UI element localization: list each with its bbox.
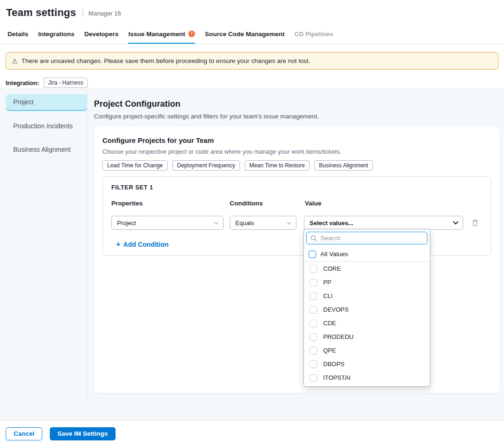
cancel-button[interactable]: Cancel: [6, 427, 42, 440]
chip-business-alignment[interactable]: Business Alignment: [314, 160, 373, 171]
value-column-label: Value: [305, 200, 321, 207]
all-values-label: All Values: [320, 251, 348, 258]
page-title: Team settings: [6, 7, 76, 19]
settings-sidebar: Project Production Incidents Business Al…: [6, 94, 87, 165]
section-subtitle: Configure project-specific settings and …: [94, 113, 500, 120]
tab-source-code-management[interactable]: Source Code Management: [205, 24, 285, 44]
option-label: CDE: [323, 320, 336, 327]
option-devops[interactable]: DEVOPS: [304, 303, 430, 316]
option-core[interactable]: CORE: [304, 262, 430, 275]
option-label: DBOPS: [323, 361, 345, 368]
option-checkbox[interactable]: [310, 333, 317, 341]
tab-issue-management[interactable]: Issue Management !: [128, 24, 195, 44]
content-region: Project Production Incidents Business Al…: [0, 89, 504, 420]
main-panel: Project Configuration Configure project-…: [94, 89, 500, 393]
filter-column-labels: Properties Conditions Value: [111, 200, 482, 207]
option-checkbox[interactable]: [310, 306, 317, 314]
option-pipe[interactable]: PIPE: [304, 384, 430, 387]
tab-bar: Details Integrations Developers Issue Ma…: [0, 24, 504, 44]
integration-row: Integration: Jira - Harness: [6, 78, 498, 88]
chip-lead-time-for-change[interactable]: Lead Time for Change: [102, 160, 168, 171]
value-dropdown-panel: All Values CORE PP CLI DEVOPS CDE PRODED…: [303, 229, 430, 387]
delete-condition-button[interactable]: [472, 219, 479, 227]
chevron-down-icon: [287, 220, 292, 224]
option-dbops[interactable]: DBOPS: [304, 357, 430, 371]
plus-icon: +: [116, 241, 120, 248]
option-cde[interactable]: CDE: [304, 316, 430, 330]
option-label: PRODEDU: [323, 333, 354, 340]
save-im-settings-button[interactable]: Save IM Settings: [50, 427, 115, 440]
card-subtitle: Choose your respective project or code a…: [102, 148, 491, 155]
metric-chips: Lead Time for Change Deployment Frequenc…: [102, 160, 491, 171]
add-condition-label: Add Condition: [123, 241, 168, 248]
tab-issue-management-label: Issue Management: [128, 31, 185, 38]
footer-actions: Cancel Save IM Settings: [0, 420, 504, 447]
add-condition-button[interactable]: + Add Condition: [116, 241, 169, 248]
search-icon: [310, 235, 317, 242]
unsaved-changes-banner: ⚠ There are unsaved changes. Please save…: [6, 52, 498, 70]
option-label: CLI: [323, 292, 333, 299]
select-all-values-row[interactable]: All Values: [304, 247, 430, 262]
filter-set-panel: FILTER SET 1 Properties Conditions Value…: [102, 176, 491, 256]
integration-label: Integration:: [6, 79, 39, 86]
tab-integrations[interactable]: Integrations: [38, 24, 74, 44]
option-prodedu[interactable]: PRODEDU: [304, 330, 430, 344]
option-cli[interactable]: CLI: [304, 289, 430, 303]
all-values-checkbox[interactable]: [309, 251, 316, 258]
properties-column-label: Properties: [111, 200, 230, 207]
tab-cd-pipelines: CD Pipelines: [295, 24, 333, 44]
option-label: DEVOPS: [323, 306, 349, 313]
dropdown-search-box[interactable]: [306, 232, 427, 244]
option-label: CORE: [323, 265, 341, 272]
configure-projects-card: Configure Projects for your Team Choose …: [94, 126, 500, 393]
option-itopstai[interactable]: ITOPSTAI: [304, 371, 430, 384]
option-checkbox[interactable]: [310, 265, 317, 273]
tab-details[interactable]: Details: [8, 24, 28, 44]
integration-chip[interactable]: Jira - Harness: [44, 78, 88, 88]
option-label: QPE: [323, 347, 336, 354]
property-select-value: Project: [117, 220, 136, 227]
option-label: ITOPSTAI: [323, 374, 350, 381]
filter-set-title: FILTER SET 1: [111, 184, 482, 191]
card-title: Configure Projects for your Team: [102, 136, 491, 144]
section-title: Project Configuration: [94, 99, 500, 109]
dropdown-search-input[interactable]: [320, 235, 423, 242]
option-checkbox[interactable]: [310, 292, 317, 300]
option-checkbox[interactable]: [310, 374, 317, 382]
option-checkbox[interactable]: [310, 279, 317, 286]
property-select[interactable]: Project: [111, 216, 224, 230]
sidebar-item-project[interactable]: Project: [6, 94, 87, 111]
chevron-down-icon: [453, 219, 458, 224]
chip-mean-time-to-restore[interactable]: Mean Time to Restore: [245, 160, 310, 171]
value-multiselect[interactable]: Select values...: [304, 216, 463, 230]
option-label: PP: [323, 279, 331, 286]
chip-deployment-frequency[interactable]: Deployment Frequency: [172, 160, 240, 171]
unsaved-changes-badge: !: [188, 31, 195, 37]
chevron-down-icon: [214, 220, 219, 224]
option-qpe[interactable]: QPE: [304, 344, 430, 357]
condition-select-value: Equals: [235, 220, 254, 227]
team-name: Manager 16: [88, 8, 121, 17]
warning-icon: ⚠: [12, 58, 18, 64]
banner-text: There are unsaved changes. Please save t…: [22, 57, 310, 64]
value-select-placeholder: Select values...: [310, 220, 353, 227]
option-pp[interactable]: PP: [304, 275, 430, 289]
option-checkbox[interactable]: [310, 361, 317, 368]
title-separator: |: [82, 8, 84, 17]
page-header: Team settings | Manager 16: [0, 0, 504, 24]
sidebar-item-business-alignment[interactable]: Business Alignment: [6, 141, 87, 158]
trash-icon: [472, 219, 479, 227]
condition-select[interactable]: Equals: [230, 216, 296, 230]
tab-developers[interactable]: Developers: [85, 24, 119, 44]
option-checkbox[interactable]: [310, 347, 317, 354]
option-checkbox[interactable]: [310, 320, 317, 327]
sidebar-item-production-incidents[interactable]: Production Incidents: [6, 118, 87, 134]
sidebar-divider: [87, 92, 87, 399]
conditions-column-label: Conditions: [230, 200, 305, 207]
filter-condition-row: Project Equals Select values...: [111, 216, 482, 230]
